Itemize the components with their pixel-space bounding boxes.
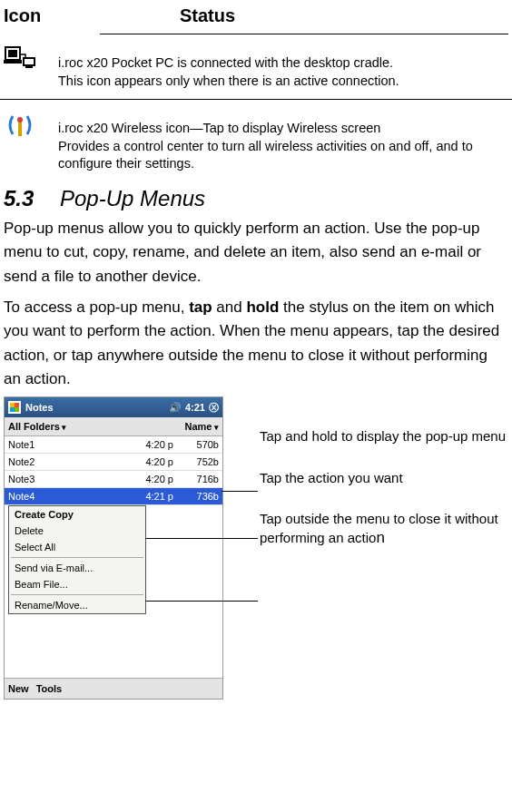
- svg-rect-2: [4, 60, 22, 64]
- callout-tap-outside: Tap outside the menu to close it without…: [260, 510, 508, 548]
- pda-toolbar: All Folders Name: [5, 417, 222, 436]
- svg-rect-1: [8, 50, 17, 57]
- close-icon: ⓧ: [209, 401, 219, 415]
- wireless-description: i.roc x20 Wireless icon—Tap to display W…: [58, 109, 508, 173]
- context-menu: Create Copy Delete Select All Send via E…: [8, 505, 146, 614]
- new-button[interactable]: New: [8, 683, 29, 694]
- menu-select-all[interactable]: Select All: [9, 539, 145, 555]
- svg-rect-4: [25, 65, 33, 68]
- column-header-icon: Icon: [4, 5, 180, 26]
- list-item[interactable]: Note14:20 p570b: [5, 436, 222, 454]
- menu-beam-file[interactable]: Beam File...: [9, 576, 145, 592]
- notes-list: Note14:20 p570b Note24:20 p752b Note34:2…: [5, 436, 222, 505]
- menu-create-copy[interactable]: Create Copy: [9, 506, 145, 523]
- paragraph-instructions: To access a pop-up menu, tap and hold th…: [0, 292, 512, 395]
- sync-cradle-description: i.roc x20 Pocket PC is connected with th…: [58, 44, 508, 90]
- pda-clock: 4:21: [185, 402, 205, 413]
- start-icon: [8, 401, 21, 414]
- list-item[interactable]: Note24:20 p752b: [5, 454, 222, 471]
- menu-send-email[interactable]: Send via E-mail...: [9, 560, 145, 576]
- pda-app-name: Notes: [25, 402, 54, 413]
- svg-point-6: [17, 117, 23, 122]
- speaker-icon: 🔊: [169, 402, 182, 414]
- paragraph-intro: Pop-up menus allow you to quickly perfor…: [0, 213, 512, 292]
- svg-rect-5: [18, 122, 22, 136]
- pda-screenshot: Notes 🔊 4:21 ⓧ All Folders Name Note14:2…: [4, 396, 223, 699]
- section-title: Pop-Up Menus: [60, 186, 205, 211]
- sort-dropdown[interactable]: Name: [185, 421, 222, 432]
- tools-button[interactable]: Tools: [36, 683, 63, 694]
- list-item-selected[interactable]: Note44:21 p736b: [5, 488, 222, 505]
- wireless-icon: [4, 109, 58, 173]
- folder-dropdown[interactable]: All Folders: [5, 421, 185, 432]
- section-number: 5.3: [4, 186, 60, 211]
- callout-tap-action: Tap the action you want: [260, 469, 508, 487]
- sync-cradle-icon: [4, 44, 58, 90]
- pda-titlebar: Notes 🔊 4:21 ⓧ: [5, 397, 222, 417]
- column-header-status: Status: [180, 5, 235, 26]
- svg-rect-3: [24, 58, 34, 65]
- menu-rename-move[interactable]: Rename/Move...: [9, 597, 145, 613]
- list-item[interactable]: Note34:20 p716b: [5, 471, 222, 488]
- menu-delete[interactable]: Delete: [9, 523, 145, 539]
- callout-tap-hold: Tap and hold to display the pop-up menu: [260, 427, 508, 445]
- pda-bottom-bar: New Tools: [5, 678, 222, 699]
